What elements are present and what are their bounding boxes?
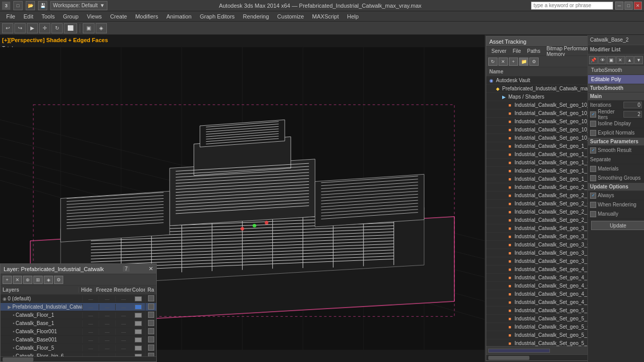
maximize-button[interactable]: □ <box>624 2 633 10</box>
asset-folder-button[interactable]: 📁 <box>519 58 528 66</box>
map-icon: ■ <box>507 291 513 297</box>
close-button[interactable]: ✕ <box>634 2 642 10</box>
layer-highlight-button[interactable]: ◈ <box>44 276 53 284</box>
menu-rendering[interactable]: Rendering <box>239 12 273 21</box>
layer-row[interactable]: •Catwalk_Base_1——— <box>1 319 156 328</box>
minimize-button[interactable]: ─ <box>615 2 623 10</box>
modifier-list-label: Modifier List <box>588 45 644 54</box>
update-button[interactable]: Update <box>591 221 644 230</box>
layer-row[interactable]: •Catwalk_Base001——— <box>1 336 156 344</box>
layer-delete-button[interactable]: ✕ <box>13 276 22 284</box>
search-input[interactable] <box>531 2 613 10</box>
app-icon: 3 <box>2 2 10 10</box>
render-button[interactable]: ▣ <box>83 23 95 33</box>
asset-menu-paths[interactable]: Paths <box>524 48 544 54</box>
isoline-row: Isoline Display <box>588 119 644 128</box>
menu-group[interactable]: Group <box>59 12 83 21</box>
isoline-checkbox[interactable] <box>590 121 596 127</box>
app-logo-section: 3 □ 📂 💾 Workspace: Default ▼ <box>0 1 109 10</box>
workspace-dropdown[interactable]: Workspace: Default ▼ <box>50 1 107 10</box>
map-icon: ■ <box>507 340 513 347</box>
when-rendering-checkbox[interactable] <box>590 202 596 208</box>
undo-button[interactable]: ↩ <box>2 23 13 33</box>
layer-add-button[interactable]: ⊕ <box>23 276 32 284</box>
asset-refresh-button[interactable]: ↻ <box>488 58 498 66</box>
menu-maxscript[interactable]: MAXScript <box>308 12 343 21</box>
asset-strip-button[interactable]: ✕ <box>499 58 508 66</box>
menu-modifiers[interactable]: Modifiers <box>131 12 162 21</box>
materials-checkbox[interactable] <box>590 166 596 172</box>
layer-row[interactable]: ▶Prefabricated_Industrial_Catwalk——— <box>1 303 156 311</box>
menu-file[interactable]: File <box>2 12 20 21</box>
asset-settings-button[interactable]: ⚙ <box>529 58 539 66</box>
modifier-delete-button[interactable]: ✕ <box>616 56 625 64</box>
viewport[interactable]: [+][Perspective] Shaded + Edged Faces To… <box>0 35 485 362</box>
menu-edit[interactable]: Edit <box>20 12 38 21</box>
menu-views[interactable]: Views <box>83 12 106 21</box>
surface-params-label: Surface Parameters <box>588 138 644 146</box>
map-icon: ■ <box>507 176 513 182</box>
modifier-view-button[interactable]: 👁 <box>598 56 607 64</box>
material-editor-button[interactable]: ◈ <box>96 23 107 33</box>
map-icon: ■ <box>507 151 513 158</box>
menu-animation[interactable]: Animation <box>162 12 196 21</box>
layer-select-button[interactable]: ⊞ <box>33 276 43 284</box>
asset-menu-file[interactable]: File <box>509 48 524 54</box>
select-button[interactable]: ▶ <box>27 23 38 33</box>
rotate-button[interactable]: ↻ <box>51 23 63 33</box>
layers-toolbar: + ✕ ⊕ ⊞ ◈ ⚙ <box>1 274 156 285</box>
move-button[interactable]: ✛ <box>39 23 50 33</box>
layer-row[interactable]: •Catwalk_Floor_5——— <box>1 344 156 352</box>
layer-color-swatch[interactable] <box>135 337 142 342</box>
modifier-pin-button[interactable]: 📌 <box>589 56 598 64</box>
layer-color-swatch[interactable] <box>135 296 142 301</box>
smooth-result-checkbox[interactable] <box>590 147 596 154</box>
explicit-normals-checkbox[interactable] <box>590 130 596 136</box>
materials-row: Materials <box>588 164 644 174</box>
always-checkbox[interactable] <box>590 193 596 199</box>
layer-color-swatch[interactable] <box>135 304 142 310</box>
layer-row[interactable]: •Catwalk_Floor_big_6——— <box>1 352 156 356</box>
menu-create[interactable]: Create <box>106 12 131 21</box>
map-icon: ■ <box>507 102 513 108</box>
svg-point-98 <box>241 227 244 231</box>
layer-color-swatch[interactable] <box>135 313 142 318</box>
layer-new-button[interactable]: + <box>3 276 12 284</box>
menu-customize[interactable]: Customize <box>273 12 308 21</box>
scale-button[interactable]: ⬜ <box>64 23 77 33</box>
map-icon: ■ <box>507 316 513 322</box>
redo-button[interactable]: ↪ <box>14 23 26 33</box>
layer-color-swatch[interactable] <box>135 321 142 326</box>
map-icon: ■ <box>507 234 513 240</box>
layer-color-swatch[interactable] <box>135 329 142 334</box>
open-button[interactable]: 📂 <box>26 1 35 10</box>
file-icon: ◆ <box>494 86 501 92</box>
modifier-move-up-button[interactable]: ▲ <box>625 56 634 64</box>
menu-help[interactable]: Help <box>343 12 363 21</box>
asset-add-button[interactable]: + <box>509 58 518 66</box>
render-iters-checkbox[interactable] <box>590 111 596 118</box>
map-icon: ■ <box>507 242 513 248</box>
modifier-editable-poly[interactable]: Editable Poly <box>588 75 644 84</box>
map-icon: ■ <box>507 225 513 232</box>
new-button[interactable]: □ <box>13 1 23 10</box>
smoothing-groups-checkbox[interactable] <box>590 175 596 181</box>
modifier-show-button[interactable]: ▣ <box>607 56 616 64</box>
save-button[interactable]: 💾 <box>38 1 47 10</box>
asset-menu-server[interactable]: Server <box>488 48 509 54</box>
modifier-move-down-button[interactable]: ▼ <box>634 56 643 64</box>
modifier-turbosm[interactable]: TurboSmooth <box>588 66 644 75</box>
layer-color-swatch[interactable] <box>135 346 142 351</box>
layers-scrollbar[interactable] <box>1 356 156 361</box>
menu-graph-editors[interactable]: Graph Editors <box>196 12 239 21</box>
layer-row[interactable]: •Catwalk_Floor_1——— <box>1 311 156 319</box>
always-row: Always <box>588 191 644 200</box>
layers-close-button[interactable]: ✕ <box>149 265 153 272</box>
menu-tools[interactable]: Tools <box>38 12 59 21</box>
layer-settings-button[interactable]: ⚙ <box>54 276 63 284</box>
manually-checkbox[interactable] <box>590 211 596 217</box>
layer-row[interactable]: ◉0 (default)——— <box>1 295 156 303</box>
map-icon: ■ <box>507 110 513 117</box>
modifier-selected-object: Catwalk_Base_2 <box>588 35 644 45</box>
layer-row[interactable]: •Catwalk_Floor001——— <box>1 328 156 336</box>
